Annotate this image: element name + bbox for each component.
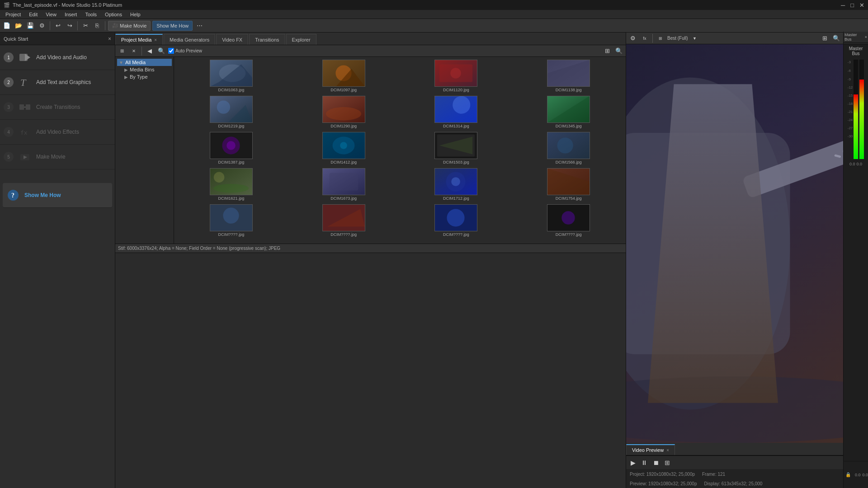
preview-loop-btn[interactable]: ⊞ bbox=[664, 458, 671, 467]
thumb-label-1314: DCIM1314.jpg bbox=[443, 124, 469, 128]
menu-edit[interactable]: Edit bbox=[25, 11, 41, 18]
svg-point-33 bbox=[226, 141, 236, 150]
thumb-1314[interactable]: DCIM1314.jpg bbox=[401, 95, 512, 129]
show-me-how-btn[interactable]: Show Me How bbox=[152, 21, 193, 31]
svg-text:T: T bbox=[20, 77, 27, 88]
preview-quality-dropdown[interactable]: ▼ bbox=[690, 33, 700, 43]
new-btn[interactable]: 📄 bbox=[2, 21, 12, 31]
open-btn[interactable]: 📂 bbox=[14, 21, 24, 31]
qs-video-effects[interactable]: 4 fx Add Video Effects bbox=[0, 120, 115, 145]
menu-view[interactable]: View bbox=[42, 11, 60, 18]
thumb-1712[interactable]: DCIM1712.jpg bbox=[401, 167, 512, 202]
tab-project-media-close[interactable]: × bbox=[154, 38, 157, 42]
thumb-1345[interactable]: DCIM1345.jpg bbox=[513, 95, 624, 129]
redo-btn[interactable]: ↪ bbox=[65, 21, 75, 31]
make-movie-btn[interactable]: 🎥 Make Movie bbox=[108, 21, 151, 31]
preview-quality-btn[interactable]: ⊞ bbox=[656, 33, 665, 43]
preview-zoom-btn[interactable]: 🔍 bbox=[831, 33, 841, 43]
preview-pause-btn[interactable]: ⏸ bbox=[640, 458, 648, 467]
thumb-1503[interactable]: DCIM1503.jpg bbox=[401, 131, 512, 165]
media-back-btn[interactable]: ◀ bbox=[145, 46, 155, 56]
thumb-1097[interactable]: DCIM1097.jpg bbox=[288, 59, 399, 93]
thumb-img-1412 bbox=[322, 132, 365, 159]
thumb-img-1503 bbox=[434, 132, 477, 159]
media-browser: ⊞ × ◀ 🔍 Auto Preview ⊞ 🔍 ▼ All M bbox=[115, 45, 626, 253]
thumb-1387[interactable]: DCIM1387.jpg bbox=[176, 131, 287, 165]
tab-explorer[interactable]: Explorer bbox=[286, 34, 316, 45]
thumb-label-1345: DCIM1345.jpg bbox=[556, 124, 582, 128]
save-btn[interactable]: 💾 bbox=[25, 21, 35, 31]
preview-settings-btn[interactable]: ⚙ bbox=[628, 33, 638, 43]
maximize-btn[interactable]: □ bbox=[850, 2, 854, 9]
quick-start-close[interactable]: × bbox=[108, 36, 111, 42]
tab-project-media[interactable]: Project Media × bbox=[115, 34, 163, 45]
preview-fx-btn[interactable]: fx bbox=[640, 33, 650, 43]
media-grid-view-btn[interactable]: ⊞ bbox=[602, 46, 612, 56]
menu-insert[interactable]: Insert bbox=[61, 11, 81, 18]
preview-scene bbox=[626, 44, 843, 443]
svg-point-70 bbox=[626, 376, 843, 443]
tree-all-media[interactable]: ▼ All Media bbox=[117, 59, 172, 66]
qs-make-movie[interactable]: 5 Make Movie bbox=[0, 145, 115, 169]
thumb-1412[interactable]: DCIM1412.jpg bbox=[288, 131, 399, 165]
preview-play-btn[interactable]: ▶ bbox=[630, 458, 637, 467]
media-close-btn[interactable]: × bbox=[129, 46, 139, 56]
menu-help[interactable]: Help bbox=[127, 11, 144, 18]
auto-preview-checkbox[interactable] bbox=[168, 48, 174, 54]
cut-btn[interactable]: ✂ bbox=[80, 21, 90, 31]
thumb-1621[interactable]: DCIM1621.jpg bbox=[176, 167, 287, 202]
minimize-btn[interactable]: ─ bbox=[841, 2, 845, 9]
window-controls[interactable]: ─ □ ✕ bbox=[841, 2, 864, 9]
preview-preview-info: Preview: 1920x1080x32; 25,000p bbox=[630, 481, 697, 486]
vu-values: 0.0 0.0 bbox=[849, 162, 862, 166]
thumb-1219[interactable]: DCIM1219.jpg bbox=[176, 95, 287, 129]
undo-btn[interactable]: ↩ bbox=[53, 21, 63, 31]
thumb-1290[interactable]: DCIM1290.jpg bbox=[288, 95, 399, 129]
preview-grid-btn[interactable]: ⊞ bbox=[820, 33, 830, 43]
auto-preview-label[interactable]: Auto Preview bbox=[168, 48, 202, 54]
auto-preview-text: Auto Preview bbox=[175, 48, 202, 53]
qs-transitions[interactable]: 3 Create Transitions bbox=[0, 95, 115, 120]
qs-add-video[interactable]: 1 Add Video and Audio bbox=[0, 45, 115, 70]
thumb-1754[interactable]: DCIM1754.jpg bbox=[513, 167, 624, 202]
menu-options[interactable]: Options bbox=[101, 11, 126, 18]
media-search-btn[interactable]: 🔍 bbox=[156, 46, 166, 56]
tab-transitions[interactable]: Transitions bbox=[249, 34, 285, 45]
master-bus-close[interactable]: × bbox=[865, 35, 867, 39]
menu-project[interactable]: Project bbox=[2, 11, 24, 18]
media-browser-content: ▼ All Media ▶ Media Bins ▶ By Type bbox=[115, 57, 626, 244]
tab-video-fx-label: Video FX bbox=[222, 37, 242, 42]
quick-start-title: Quick Start bbox=[4, 36, 28, 42]
qs-add-text[interactable]: 2 T Add Text and Graphics bbox=[0, 70, 115, 95]
master-lock-btn[interactable]: 🔒 bbox=[844, 470, 853, 480]
title-bar: 🎬 The_last_episode.vf - Movie Studio 15.… bbox=[0, 0, 868, 10]
tab-media-generators[interactable]: Media Generators bbox=[164, 34, 215, 45]
thumb-1673[interactable]: DCIM1673.jpg bbox=[288, 167, 399, 202]
qs-label-transitions: Create Transitions bbox=[36, 104, 80, 110]
thumb-1063[interactable]: DCIM1063.jpg bbox=[176, 59, 287, 93]
thumb-extra-1[interactable]: DCIM????.jpg bbox=[176, 203, 287, 238]
svg-point-49 bbox=[452, 177, 461, 186]
media-view-btn[interactable]: ⊞ bbox=[117, 46, 127, 56]
tab-video-fx[interactable]: Video FX bbox=[216, 34, 248, 45]
preview-stop-btn[interactable]: ⏹ bbox=[652, 458, 660, 467]
close-btn[interactable]: ✕ bbox=[859, 2, 864, 9]
tree-by-type[interactable]: ▶ By Type bbox=[117, 73, 172, 80]
tree-media-bins[interactable]: ▶ Media Bins bbox=[117, 66, 172, 73]
thumb-extra-4[interactable]: DCIM????.jpg bbox=[513, 203, 624, 238]
media-zoom-in-btn[interactable]: 🔍 bbox=[614, 46, 624, 56]
copy-btn[interactable]: ⎘ bbox=[92, 21, 102, 31]
thumb-1138[interactable]: DCIM1138.jpg bbox=[513, 59, 624, 93]
tab-video-preview[interactable]: Video Preview × bbox=[626, 444, 675, 455]
settings-btn[interactable]: ⚙ bbox=[37, 21, 47, 31]
qs-show-me-how[interactable]: ? Show Me How bbox=[3, 183, 112, 208]
svg-point-23 bbox=[217, 100, 230, 113]
menu-tools[interactable]: Tools bbox=[81, 11, 100, 18]
tab-video-preview-close[interactable]: × bbox=[666, 448, 669, 453]
thumb-extra-2[interactable]: DCIM????.jpg bbox=[288, 203, 399, 238]
thumb-1566[interactable]: DCIM1566.jpg bbox=[513, 131, 624, 165]
main-layout: Quick Start × 1 Add Video and Audio 2 T … bbox=[0, 33, 868, 488]
toolbar-extra-btn[interactable]: ⋯ bbox=[194, 21, 204, 31]
thumb-1120[interactable]: DCIM1120.jpg bbox=[401, 59, 512, 93]
thumb-extra-3[interactable]: DCIM????.jpg bbox=[401, 203, 512, 238]
